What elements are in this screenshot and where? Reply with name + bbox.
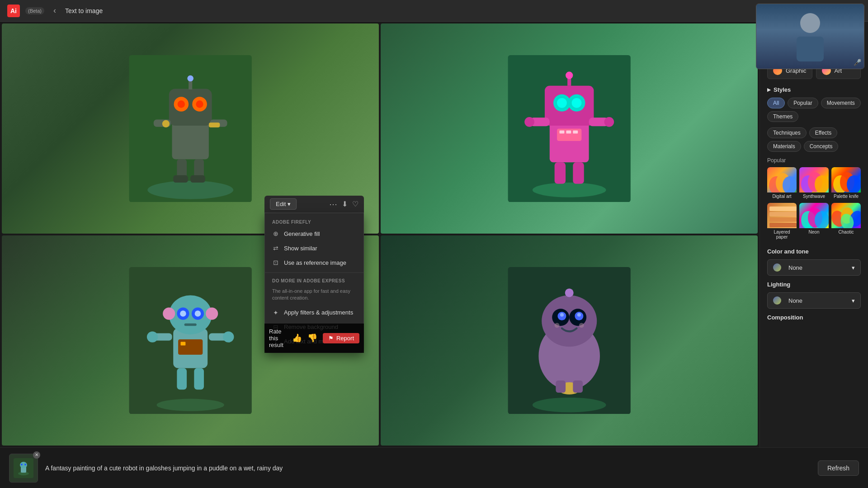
- lighting-value: None: [788, 297, 802, 304]
- express-desc: The all-in-one app for fast and easy con…: [265, 285, 363, 305]
- gen-fill-icon: ⊕: [272, 230, 279, 237]
- styles-section: Styles All Popular Movements Themes Tech…: [767, 86, 861, 241]
- lighting-chevron: ▾: [852, 297, 855, 304]
- style-card-chaotic-label: Chaotic: [831, 228, 861, 236]
- svg-point-33: [604, 117, 614, 127]
- tag-movements[interactable]: Movements: [821, 98, 861, 108]
- svg-point-8: [178, 100, 185, 108]
- prompt-text: A fantasy painting of a cute robot in ga…: [45, 465, 811, 472]
- tag-popular[interactable]: Popular: [788, 98, 818, 108]
- menu-divider: [265, 272, 363, 273]
- tag-materials[interactable]: Materials: [767, 141, 801, 152]
- svg-point-48: [163, 307, 175, 319]
- tag-techniques[interactable]: Techniques: [767, 127, 807, 138]
- refresh-button[interactable]: Refresh: [818, 460, 859, 476]
- menu-item-generative-fill[interactable]: ⊕ Generative fill: [265, 226, 363, 241]
- prompt-bar: ✕ A fantasy painting of a cute robot in …: [0, 447, 868, 488]
- main-content: Edit ▾ ⋯ ⬇ ♡ ADOBE FIREFLY ⊕ Generative …: [0, 22, 868, 447]
- svg-rect-1: [797, 37, 824, 61]
- tag-themes[interactable]: Themes: [767, 111, 798, 122]
- adobe-firefly-label: ADOBE FIREFLY: [265, 217, 363, 226]
- svg-rect-37: [573, 131, 578, 134]
- style-card-digital-art[interactable]: Digital art: [767, 167, 797, 200]
- style-card-synthwave[interactable]: Synthwave: [799, 167, 829, 200]
- svg-point-0: [800, 13, 820, 33]
- style-card-palette-knife-label: Palette knife: [831, 192, 861, 200]
- svg-point-69: [554, 323, 559, 328]
- svg-rect-39: [573, 162, 584, 183]
- styles-title: Styles: [767, 86, 861, 93]
- style-card-layered-paper-img: [767, 203, 797, 228]
- color-tone-icon: [773, 263, 781, 272]
- style-cards-grid: Digital art Synthwave: [767, 167, 861, 241]
- use-reference-icon: ⊡: [272, 259, 279, 266]
- style-card-layered-paper[interactable]: Layered paper: [767, 203, 797, 241]
- thumbs-down-button[interactable]: 👎: [307, 333, 317, 343]
- download-icon[interactable]: ⬇: [342, 200, 348, 208]
- color-tone-dropdown[interactable]: None ▾: [767, 259, 861, 276]
- svg-point-26: [557, 98, 567, 108]
- color-tone-header: Color and tone: [767, 248, 861, 255]
- favorite-icon[interactable]: ♡: [352, 200, 359, 208]
- svg-point-70: [579, 323, 584, 328]
- svg-point-100: [21, 464, 23, 465]
- tag-concepts[interactable]: Concepts: [804, 141, 839, 152]
- right-sidebar: Content type None ✓ Photo Graphic Art: [760, 22, 868, 447]
- svg-rect-57: [177, 368, 187, 389]
- lighting-dropdown[interactable]: None ▾: [767, 292, 861, 309]
- style-card-palette-knife[interactable]: Palette knife: [831, 167, 861, 200]
- image-cell-2[interactable]: [381, 23, 758, 234]
- menu-item-filters[interactable]: ✦ Apply filters & adjustments: [265, 305, 363, 320]
- tag-effects[interactable]: Effects: [809, 127, 837, 138]
- svg-rect-38: [554, 162, 565, 183]
- prompt-thumbnail: ✕: [9, 454, 38, 483]
- svg-rect-85: [769, 206, 797, 211]
- svg-point-55: [147, 331, 158, 342]
- svg-rect-50: [184, 324, 196, 326]
- page-title: Text to image: [65, 7, 103, 14]
- tag-all[interactable]: All: [767, 98, 785, 108]
- edit-button[interactable]: Edit ▾: [270, 198, 297, 210]
- menu-item-show-similar[interactable]: ⇄ Show similar: [265, 241, 363, 255]
- more-options-icon[interactable]: ⋯: [329, 199, 337, 209]
- svg-point-43: [169, 295, 212, 334]
- style-card-neon[interactable]: Neon: [799, 203, 829, 241]
- svg-rect-17: [190, 175, 205, 183]
- thumbs-up-button[interactable]: 👍: [292, 333, 302, 343]
- color-tone-chevron: ▾: [852, 264, 855, 271]
- style-card-chaotic[interactable]: Chaotic: [831, 203, 861, 241]
- back-button[interactable]: ‹: [50, 4, 60, 17]
- prompt-close-button[interactable]: ✕: [33, 451, 40, 459]
- context-menu: Edit ▾ ⋯ ⬇ ♡ ADOBE FIREFLY ⊕ Generative …: [264, 196, 364, 353]
- style-card-neon-img: [799, 203, 829, 228]
- report-button[interactable]: ⚑ Report: [323, 333, 359, 343]
- webcam-person: [756, 4, 864, 69]
- style-filter-tags-row2: Techniques Effects Materials Concepts: [767, 127, 861, 152]
- svg-rect-36: [566, 131, 571, 134]
- report-label: Report: [336, 335, 354, 342]
- svg-point-41: [156, 399, 224, 411]
- menu-item-use-reference-label: Use as reference image: [284, 259, 346, 266]
- svg-rect-14: [177, 159, 187, 178]
- menu-item-use-reference[interactable]: ⊡ Use as reference image: [265, 255, 363, 270]
- show-similar-icon: ⇄: [272, 244, 279, 252]
- svg-point-56: [223, 331, 234, 342]
- svg-point-3: [147, 181, 233, 199]
- svg-point-67: [560, 313, 564, 316]
- svg-point-19: [162, 120, 170, 127]
- image-cell-4[interactable]: [381, 235, 758, 446]
- svg-point-68: [577, 313, 581, 316]
- edit-bar: Edit ▾ ⋯ ⬇ ♡: [264, 196, 364, 213]
- svg-rect-52: [180, 342, 185, 345]
- beta-label: (Beta): [25, 7, 44, 14]
- svg-rect-18: [209, 122, 220, 127]
- svg-point-49: [206, 307, 218, 319]
- svg-point-60: [533, 398, 606, 413]
- webcam-feed: 🎤: [756, 4, 864, 69]
- menu-item-show-similar-label: Show similar: [284, 245, 317, 252]
- svg-point-47: [194, 310, 201, 317]
- report-icon: ⚑: [328, 335, 334, 342]
- svg-rect-87: [769, 217, 797, 222]
- color-tone-value: None: [788, 264, 802, 271]
- image-area: Edit ▾ ⋯ ⬇ ♡ ADOBE FIREFLY ⊕ Generative …: [0, 22, 760, 447]
